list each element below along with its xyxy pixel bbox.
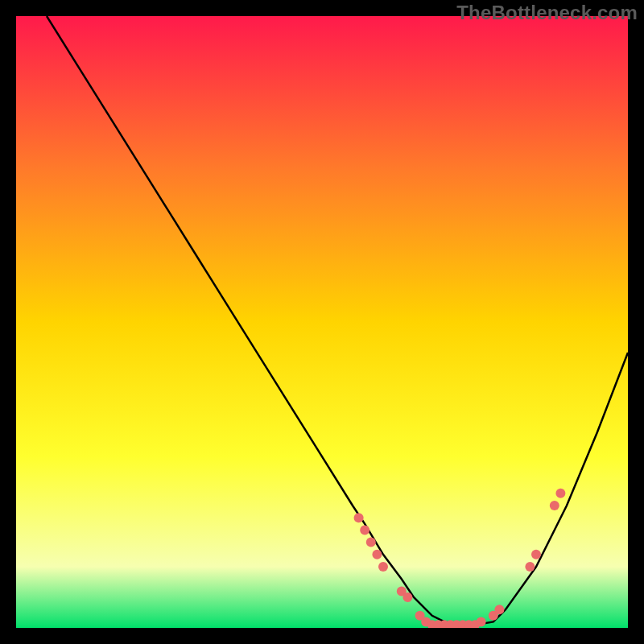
- chart-marker-dot: [525, 562, 535, 572]
- chart-marker-dot: [531, 550, 541, 559]
- chart-marker-dot: [378, 562, 388, 572]
- chart-marker-dot: [555, 489, 565, 498]
- chart-marker-dot: [494, 605, 504, 614]
- chart-marker-dot: [354, 513, 364, 522]
- chart-markers: [16, 16, 628, 628]
- watermark-text: TheBottleneck.com: [456, 2, 638, 24]
- chart-marker-dot: [550, 501, 559, 510]
- chart-marker-dot: [366, 538, 376, 547]
- chart-plot-area: [16, 16, 628, 628]
- chart-marker-dot: [360, 525, 369, 535]
- chart-marker-dot: [372, 550, 382, 559]
- chart-marker-dot: [402, 592, 412, 602]
- chart-marker-dot: [477, 617, 486, 626]
